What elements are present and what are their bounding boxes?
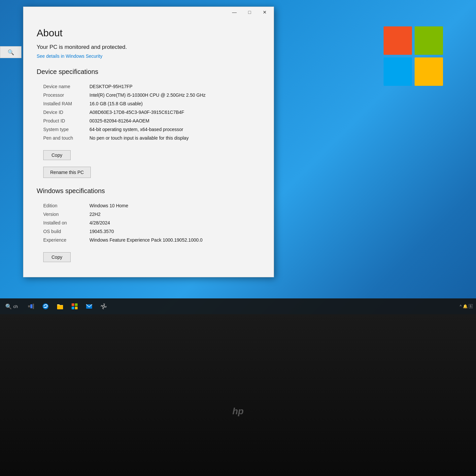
taskbar: 🔍 ch: [0, 298, 476, 314]
win-logo-green: [415, 26, 443, 55]
spec-label: Installed RAM: [37, 101, 89, 106]
svg-rect-1: [30, 304, 32, 308]
taskbar-icon-mail[interactable]: [83, 300, 95, 312]
spec-label: OS build: [37, 229, 89, 234]
close-button[interactable]: ✕: [257, 7, 272, 17]
taskbar-icons: [25, 300, 110, 312]
device-spec-row: Device name DESKTOP-95H17FP: [37, 82, 260, 91]
spec-label: Version: [37, 212, 89, 217]
windows-spec-row: Installed on 4/28/2024: [37, 219, 260, 227]
taskbar-icon-explorer[interactable]: [54, 300, 66, 312]
minimize-button[interactable]: —: [227, 7, 242, 17]
title-bar-controls: — □ ✕: [227, 7, 272, 17]
copy-device-specs-button[interactable]: Copy: [43, 150, 71, 160]
taskbar-search-label: ch: [13, 304, 18, 309]
spec-value: 4/28/2024: [89, 220, 260, 225]
spec-value: No pen or touch input is available for t…: [89, 135, 260, 141]
settings-content: About Your PC is monitored and protected…: [23, 17, 274, 277]
windows-specs-table: Edition Windows 10 Home Version 22H2 Ins…: [37, 201, 260, 244]
windows-specs-title: Windows specifications: [37, 187, 260, 195]
title-bar: — □ ✕: [23, 7, 274, 17]
copy-windows-specs-button[interactable]: Copy: [43, 252, 71, 262]
device-spec-row: Product ID 00325-82094-81264-AAOEM: [37, 117, 260, 125]
win-logo-red: [384, 26, 412, 55]
taskbar-icon-cortana[interactable]: [25, 300, 37, 312]
windows-spec-row: OS build 19045.3570: [37, 227, 260, 236]
svg-rect-0: [28, 305, 30, 307]
windows-spec-row: Edition Windows 10 Home: [37, 201, 260, 210]
svg-rect-6: [75, 303, 78, 306]
sidebar-search[interactable]: 🔍: [0, 46, 21, 58]
device-specs-title: Device specifications: [37, 68, 260, 76]
maximize-button[interactable]: □: [242, 7, 257, 17]
spec-value: Windows 10 Home: [89, 203, 260, 208]
windows-spec-row: Version 22H2: [37, 210, 260, 219]
rename-pc-button[interactable]: Rename this PC: [43, 167, 91, 178]
spec-label: Device name: [37, 84, 89, 89]
spec-label: System type: [37, 127, 89, 132]
taskbar-icon-store[interactable]: [69, 300, 81, 312]
device-spec-row: Installed RAM 16.0 GB (15.8 GB usable): [37, 99, 260, 108]
device-spec-row: Pen and touch No pen or touch input is a…: [37, 134, 260, 142]
spec-label: Edition: [37, 203, 89, 208]
taskbar-search-icon: 🔍: [5, 303, 12, 310]
spec-label: Experience: [37, 237, 89, 243]
spec-value: 64-bit operating system, x64-based proce…: [89, 127, 260, 132]
spec-value: 00325-82094-81264-AAOEM: [89, 118, 260, 123]
taskbar-icon-settings[interactable]: [98, 300, 110, 312]
win-logo-blue: [384, 57, 412, 86]
spec-value: DESKTOP-95H17FP: [89, 84, 260, 89]
svg-rect-8: [75, 307, 78, 309]
spec-value: 22H2: [89, 212, 260, 217]
spec-label: Device ID: [37, 110, 89, 115]
windows-logo: [384, 26, 450, 92]
system-tray: ^ 🔔 🇬: [460, 304, 473, 309]
device-spec-row: System type 64-bit operating system, x64…: [37, 125, 260, 134]
svg-rect-4: [57, 305, 63, 309]
svg-rect-7: [72, 307, 74, 309]
page-title: About: [37, 27, 260, 39]
svg-point-3: [43, 303, 49, 309]
spec-label: Installed on: [37, 220, 89, 225]
spec-value: 19045.3570: [89, 229, 260, 234]
svg-rect-2: [33, 304, 34, 309]
spec-value: Intel(R) Core(TM) i5-10300H CPU @ 2.50GH…: [89, 92, 260, 98]
spec-label: Pen and touch: [37, 135, 89, 141]
device-spec-row: Device ID A08D60E3-17D8-45C3-9A0F-3915C6…: [37, 108, 260, 117]
windows-spec-row: Experience Windows Feature Experience Pa…: [37, 236, 260, 244]
win-logo-yellow: [415, 57, 443, 86]
tray-icons: ^ 🔔 🇬: [460, 304, 473, 309]
search-icon: 🔍: [8, 49, 14, 55]
protection-status: Your PC is monitored and protected.: [37, 44, 260, 51]
taskbar-search-area[interactable]: 🔍 ch: [0, 301, 20, 312]
hp-logo: hp: [232, 406, 244, 417]
spec-label: Product ID: [37, 118, 89, 123]
spec-value: 16.0 GB (15.8 GB usable): [89, 101, 260, 106]
taskbar-icon-edge[interactable]: [40, 300, 51, 312]
device-spec-row: Processor Intel(R) Core(TM) i5-10300H CP…: [37, 91, 260, 99]
laptop-bottom: hp: [0, 314, 476, 476]
spec-value: A08D60E3-17D8-45C3-9A0F-3915C61C7B4F: [89, 110, 260, 115]
device-specs-table: Device name DESKTOP-95H17FP Processor In…: [37, 82, 260, 142]
svg-rect-5: [72, 303, 74, 306]
spec-label: Processor: [37, 92, 89, 98]
svg-point-10: [103, 305, 105, 307]
security-link[interactable]: See details in Windows Security: [37, 53, 102, 59]
settings-window: — □ ✕ About Your PC is monitored and pro…: [23, 7, 274, 277]
spec-value: Windows Feature Experience Pack 1000.190…: [89, 237, 260, 243]
